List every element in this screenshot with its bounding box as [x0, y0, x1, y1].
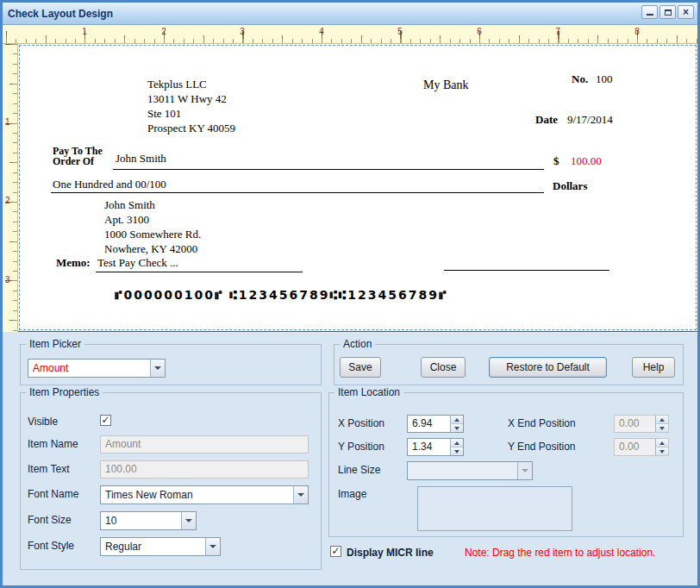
line-size-label: Line Size — [338, 464, 380, 476]
save-button[interactable]: Save — [340, 357, 381, 378]
spin-up-button — [656, 416, 668, 423]
window-controls: × — [641, 5, 694, 19]
chevron-down-icon — [185, 519, 192, 522]
micr-line[interactable]: ⑈000000100⑈ ⑆123456789⑆⑆123456789⑈ — [115, 288, 447, 302]
company-address-block[interactable]: Tekplus LLC 13011 W Hwy 42 Ste 101 Prosp… — [147, 77, 235, 135]
payee-address-line: Apt. 3100 — [104, 212, 201, 227]
memo-underline — [96, 272, 303, 272]
item-location-group-label: Item Location — [334, 386, 403, 398]
x-end-position-value: 0.00 — [615, 416, 655, 432]
spinner-arrows — [655, 439, 668, 455]
dollars-label[interactable]: Dollars — [553, 179, 587, 193]
spin-down-button — [656, 423, 668, 432]
item-properties-group: Item Properties Visible ✓ Item Name Amou… — [20, 392, 322, 570]
ruler-number: 1 — [82, 27, 87, 36]
font-name-label: Font Name — [28, 488, 78, 500]
dollar-sign[interactable]: $ — [553, 154, 559, 168]
spin-up-icon — [659, 441, 665, 445]
action-group: Action Save Close Restore to Default Hel… — [334, 344, 684, 385]
spin-up-button[interactable] — [451, 416, 463, 423]
x-position-spinner[interactable]: 6.94 — [407, 415, 464, 433]
visible-checkbox[interactable]: ✓ — [100, 415, 111, 426]
font-style-value: Regular — [101, 541, 205, 553]
amount-words-underline — [51, 192, 544, 193]
dropdown-arrow-button[interactable] — [150, 360, 165, 377]
close-button-action[interactable]: Close — [421, 357, 466, 378]
item-picker-group-label: Item Picker — [26, 338, 84, 350]
item-picker-group: Item Picker Amount — [20, 344, 322, 385]
chevron-down-icon — [209, 545, 216, 548]
ruler-number: 3 — [240, 27, 245, 36]
dropdown-arrow-button[interactable] — [293, 486, 308, 504]
ruler-number: 5 — [397, 27, 403, 36]
pay-to-label[interactable]: Pay To The Order Of — [53, 146, 103, 166]
ruler-number: 3 — [5, 275, 10, 285]
font-name-value: Times New Roman — [101, 489, 293, 501]
display-micr-label: Display MICR line — [347, 547, 434, 559]
checkmark-icon: ✓ — [101, 414, 109, 426]
item-name-label: Item Name — [28, 438, 78, 450]
y-end-position-label: Y End Position — [508, 441, 576, 453]
spinner-arrows — [655, 416, 668, 432]
drag-note: Note: Drag the red item to adjust locati… — [465, 547, 655, 559]
dropdown-arrow-button[interactable] — [181, 512, 196, 529]
ruler-number: 1 — [5, 117, 10, 127]
vertical-ruler: 1 2 3 — [3, 44, 18, 332]
check-preview[interactable]: Tekplus LLC 13011 W Hwy 42 Ste 101 Prosp… — [18, 44, 697, 332]
y-position-spinner[interactable]: 1.34 — [407, 438, 464, 456]
help-button[interactable]: Help — [632, 357, 675, 378]
spinner-arrows — [450, 416, 463, 432]
ruler-number: 6 — [477, 27, 482, 36]
font-size-dropdown[interactable]: 10 — [100, 511, 197, 530]
date-value[interactable]: 9/17/2014 — [567, 113, 613, 127]
y-position-label: Y Position — [338, 441, 384, 453]
font-size-value: 10 — [101, 515, 181, 527]
spin-up-button[interactable] — [451, 439, 463, 447]
company-line: Prospect KY 40059 — [147, 121, 235, 135]
design-workspace: 1 2 3 4 5 6 7 8 1 2 3 Tekplus LLC 13011 … — [3, 25, 697, 332]
memo-value[interactable]: Test Pay Check ... — [97, 256, 178, 270]
title-bar[interactable]: Check Layout Design × — [3, 3, 697, 25]
memo-label[interactable]: Memo: — [56, 256, 91, 270]
item-name-field[interactable]: Amount — [100, 435, 309, 454]
minimize-button[interactable] — [641, 5, 658, 19]
spin-up-icon — [454, 418, 459, 422]
display-micr-checkbox[interactable]: ✓ — [330, 546, 341, 557]
ruler-number: 8 — [634, 27, 640, 36]
company-line: Tekplus LLC — [147, 77, 235, 91]
spin-down-icon — [659, 450, 665, 454]
x-end-position-label: X End Position — [508, 417, 576, 429]
font-style-dropdown[interactable]: Regular — [100, 537, 221, 556]
restore-default-button[interactable]: Restore to Default — [489, 357, 607, 378]
item-picker-dropdown[interactable]: Amount — [28, 359, 166, 378]
payee-name[interactable]: John Smith — [116, 152, 166, 166]
action-group-label: Action — [340, 338, 375, 350]
spin-down-button — [656, 447, 668, 455]
amount-words[interactable]: One Hundred and 00/100 — [53, 178, 166, 191]
payee-address-block[interactable]: John Smith Apt. 3100 1000 Somewhere Rd. … — [104, 197, 201, 256]
x-end-position-spinner: 0.00 — [614, 415, 669, 433]
image-label: Image — [338, 488, 366, 500]
payee-address-line: John Smith — [104, 197, 201, 212]
item-picker-value: Amount — [28, 362, 150, 374]
font-size-label: Font Size — [28, 514, 72, 526]
font-style-label: Font Style — [28, 540, 74, 552]
maximize-button[interactable] — [659, 5, 676, 19]
image-preview-box — [417, 486, 572, 531]
check-number-label[interactable]: No. — [572, 72, 588, 86]
item-text-field[interactable]: 100.00 — [100, 460, 309, 479]
item-text-label: Item Text — [28, 463, 69, 475]
amount-value[interactable]: 100.00 — [571, 154, 602, 168]
y-end-position-spinner: 0.00 — [614, 438, 669, 456]
x-position-value: 6.94 — [408, 416, 450, 432]
payee-address-line: 1000 Somewhere Rd. — [104, 227, 201, 241]
dropdown-arrow-button[interactable] — [205, 538, 220, 555]
date-label[interactable]: Date — [535, 113, 558, 127]
signature-line — [444, 270, 609, 271]
spin-down-button[interactable] — [451, 423, 463, 432]
spin-down-button[interactable] — [451, 447, 463, 455]
check-number-value[interactable]: 100 — [596, 72, 613, 86]
font-name-dropdown[interactable]: Times New Roman — [100, 485, 309, 504]
bank-name[interactable]: My Bank — [423, 78, 469, 92]
close-button[interactable]: × — [678, 5, 694, 19]
